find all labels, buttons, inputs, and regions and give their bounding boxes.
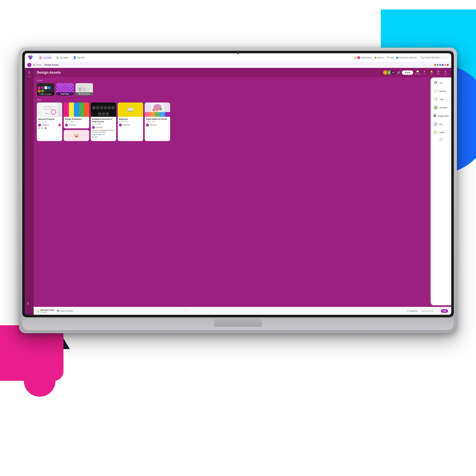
main-content: ☰ menu Design Assets A xyxy=(25,68,451,315)
key-opt: ⌥ xyxy=(108,106,111,109)
design-author-name: ElliotDavis xyxy=(68,124,76,126)
design-author-avatar: E xyxy=(65,124,68,126)
color-palette-body: Color Palette for Social Jan 15, 2021 E … xyxy=(145,117,170,128)
page-title: Design Assets xyxy=(37,70,381,75)
rp-image-video[interactable]: 🖼 image/video xyxy=(433,113,449,119)
rp-file-doc[interactable]: 📄 file/doc xyxy=(433,88,449,94)
screen-bezel: 🏠 my stuff 📡 my feed 👤 my info xyxy=(22,51,454,317)
app-logo[interactable] xyxy=(27,54,34,61)
trackpad[interactable] xyxy=(214,319,262,327)
folders-section: folders A xyxy=(34,77,451,97)
design-date: Jan 15, 2021 xyxy=(65,121,88,123)
view-icon: ⊞ xyxy=(438,70,439,73)
item-rebrand-proposal[interactable]: Rebrand Proposal Mar 10, 2021 E ElliotDa… xyxy=(37,102,62,141)
keyboard-link[interactable]: support.apple.com xyxy=(92,134,115,135)
svg-rect-14 xyxy=(156,108,158,111)
rewards-item[interactable]: 👥 rewards & referrals xyxy=(396,56,417,59)
bottom-right-controls: 🏷 keywords add xyxy=(407,309,448,313)
breadcrumb-home[interactable]: 🏠 Home xyxy=(33,64,41,66)
chevron-up-icon: ⌃ xyxy=(184,310,186,312)
key-x: X xyxy=(104,106,107,109)
keyboard-author-avatar: E xyxy=(92,126,95,129)
keyboard-author: E ElliotDavis xyxy=(92,126,115,129)
chevron-up-button[interactable]: ⌃ xyxy=(184,310,186,312)
expenses-thumb: ⌨️ xyxy=(118,102,143,117)
page-header: Design Assets A B +3 🔗 xyxy=(34,68,451,77)
my-feed-icon: 📡 xyxy=(56,56,59,59)
rp-checklist[interactable]: ✅ checklist xyxy=(433,104,449,111)
keyword-input-wrapper: add xyxy=(419,309,448,313)
keyboard-more-icon[interactable]: ⋯ xyxy=(101,136,103,138)
link-icon[interactable]: 🔗 xyxy=(397,71,400,74)
bg-pink-circle xyxy=(24,365,55,397)
keyword-input[interactable] xyxy=(419,309,440,313)
item-piggy[interactable]: 🐷 xyxy=(64,130,89,141)
back-button[interactable]: ‹ xyxy=(27,63,32,67)
folder-logos-label: Logos & Icons xyxy=(37,92,54,96)
tab-my-info[interactable]: 👤 my info xyxy=(71,55,87,60)
sidebar-item-menu[interactable]: ☰ menu xyxy=(26,70,32,77)
keyboard-comment-icon[interactable]: 💬 xyxy=(95,136,97,138)
folder-logos-icons[interactable]: A Logos & Icons xyxy=(37,83,54,96)
bottom-bar: 💡 discover more 1 result 💾 save all resu… xyxy=(34,307,451,315)
on-toggle-2-button[interactable]: 🔔 on xyxy=(429,70,434,75)
item-expenses[interactable]: ⌨️ Expenses Mar 10, 2021 E ElliotDavis xyxy=(118,102,143,141)
design-stack: Design Guidelines Jan 15, 2021 E ElliotD… xyxy=(64,102,89,141)
rebrand-more-icon[interactable]: ⋯ xyxy=(48,127,50,129)
folder-raw-files[interactable]: Raw Files xyxy=(56,83,74,96)
color-palette-author-name: ElliotDavis xyxy=(150,124,157,126)
comments-button[interactable]: 💬 comments xyxy=(415,70,420,75)
dot-6 xyxy=(447,64,449,66)
dot-2 xyxy=(437,64,439,66)
notification-badge: 9 xyxy=(357,56,360,59)
link-rp-icon: 🔗 xyxy=(433,121,438,127)
color-2 xyxy=(150,112,155,117)
rebrand-target-icon[interactable]: 🎯 xyxy=(44,127,47,129)
tab-my-feed[interactable]: 📡 my feed xyxy=(54,55,70,60)
trash-icon[interactable]: 🗑 xyxy=(27,302,30,305)
keyboard-heart-icon[interactable]: ♡ xyxy=(98,136,100,138)
keywords-button[interactable]: 🏷 keywords xyxy=(407,310,417,312)
addon-item[interactable]: 🧩 add-on xyxy=(374,56,384,59)
note-icon: 📝 xyxy=(433,97,438,102)
bell-icon: 🔔 xyxy=(430,70,433,73)
expenses-author-name: ElliotDavis xyxy=(122,124,130,126)
rp-note[interactable]: 📝 note xyxy=(433,96,449,102)
rebrand-roll-icon[interactable]: 🎞 xyxy=(38,127,40,129)
keyboard-body: Keyboard shortcuts in Final Cut Pro Mar … xyxy=(91,117,116,139)
addon-icon: 🧩 xyxy=(374,56,377,59)
view-button[interactable]: ⊞ view xyxy=(436,70,441,75)
item-keyboard-shortcuts[interactable]: ⌘ Z ⇧ X ⌥ C A V S xyxy=(91,102,116,141)
save-results-button[interactable]: 💾 save all results xyxy=(57,310,73,312)
right-panel-close-button[interactable]: × xyxy=(439,137,443,142)
svg-rect-13 xyxy=(153,109,155,111)
roll-label: roll xyxy=(440,82,442,84)
help-label: help xyxy=(390,56,394,59)
lightbulb-icon: 💡 xyxy=(37,310,39,312)
rebrand-body: Rebrand Proposal Mar 10, 2021 E ElliotDa… xyxy=(37,117,62,131)
color-palette-thumb xyxy=(145,102,170,117)
help-item[interactable]: ❓ help xyxy=(387,56,394,59)
rp-roll[interactable]: 🎞 roll xyxy=(433,80,449,86)
rebrand-title: Rebrand Proposal xyxy=(38,118,61,120)
share-button[interactable]: share xyxy=(402,70,413,75)
rebrand-comment-icon[interactable]: 💬 xyxy=(41,127,43,129)
key-s: S xyxy=(106,112,109,116)
tab-my-stuff[interactable]: 🏠 my stuff xyxy=(37,55,53,60)
sort-button[interactable]: ⇅ sort xyxy=(443,70,448,75)
keyboard-description: See a list of keyboard shortcuts you can… xyxy=(92,130,115,133)
notifications-item[interactable]: 🔔 9 notifications xyxy=(354,56,372,59)
add-keyword-button[interactable]: add xyxy=(441,309,448,313)
discover-more: 💡 discover more 1 result xyxy=(37,309,54,313)
rp-link[interactable]: 🔗 link xyxy=(433,121,449,127)
dot-5 xyxy=(444,64,446,66)
keyboard-roll-icon[interactable]: 🎞 xyxy=(92,136,94,138)
folder-working-files[interactable]: Working Files xyxy=(76,83,93,96)
on-toggle-1-button[interactable]: ☀ on xyxy=(422,70,427,75)
item-design-guidelines[interactable]: Design Guidelines Jan 15, 2021 E ElliotD… xyxy=(64,102,89,128)
rp-folder[interactable]: 📁 folder xyxy=(433,129,449,136)
dot-1 xyxy=(434,64,436,66)
item-color-palette[interactable]: Color Palette for Social Jan 15, 2021 E … xyxy=(145,102,170,141)
search-input[interactable] xyxy=(425,56,447,59)
folder-working-label: Working Files xyxy=(76,92,93,96)
